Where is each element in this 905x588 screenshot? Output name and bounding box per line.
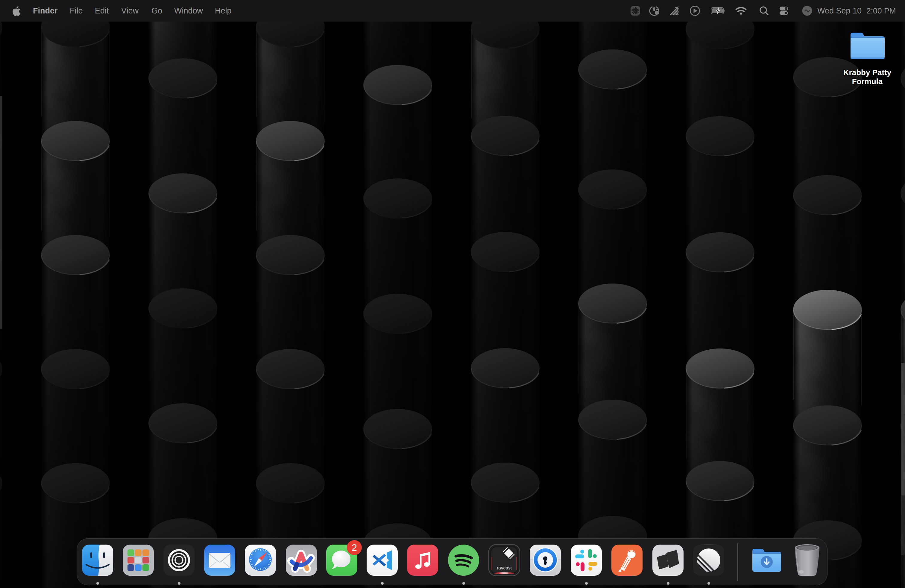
svg-text:raycast: raycast [497, 565, 512, 571]
